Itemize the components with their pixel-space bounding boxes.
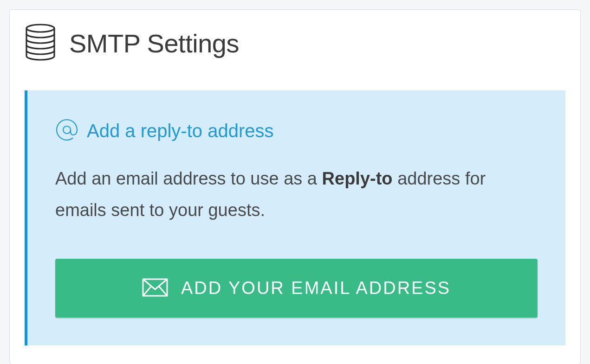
description-bold: Reply-to — [322, 169, 393, 188]
at-sign-icon — [55, 118, 78, 143]
info-panel-description: Add an email address to use as a Reply-t… — [55, 163, 538, 226]
add-email-address-button[interactable]: ADD YOUR EMAIL ADDRESS — [55, 259, 538, 318]
button-label: ADD YOUR EMAIL ADDRESS — [181, 278, 451, 298]
description-prefix: Add an email address to use as a — [55, 169, 322, 188]
card-header: SMTP Settings — [25, 24, 565, 63]
database-icon — [25, 24, 56, 63]
smtp-settings-card: SMTP Settings Add a reply-to address Add… — [9, 9, 581, 364]
reply-to-info-panel: Add a reply-to address Add an email addr… — [25, 90, 565, 345]
svg-point-1 — [63, 126, 71, 134]
info-panel-title: Add a reply-to address — [87, 121, 273, 141]
page-title: SMTP Settings — [69, 28, 239, 58]
info-header: Add a reply-to address — [55, 118, 538, 143]
envelope-icon — [142, 278, 168, 298]
svg-point-0 — [26, 25, 54, 32]
